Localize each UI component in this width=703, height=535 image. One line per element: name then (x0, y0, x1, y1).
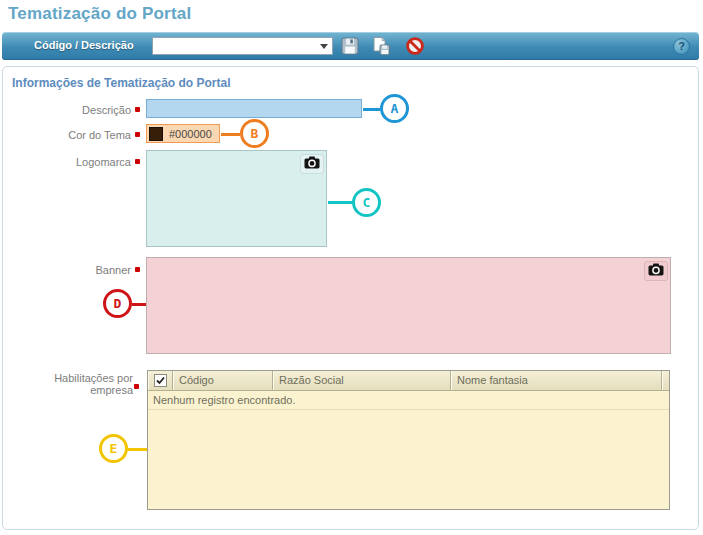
portal-theming-screen: Tematização do Portal Código / Descrição (0, 0, 703, 535)
page-title: Tematização do Portal (8, 4, 191, 24)
descricao-input[interactable] (146, 99, 362, 118)
save-and-new-icon[interactable] (371, 36, 391, 56)
grid-empty-message: Nenhum registro encontrado. (148, 391, 669, 410)
banner-label: Banner (30, 264, 131, 276)
descricao-label: Descrição (30, 104, 131, 116)
annotation-b-connector (221, 133, 240, 136)
empresas-grid: Código Razão Social Nome fantasia Nenhum… (147, 370, 670, 510)
logomarca-label: Logomarca (30, 156, 131, 168)
required-marker (134, 384, 139, 389)
theme-color-picker[interactable]: #000000 (146, 124, 220, 143)
cancel-icon[interactable] (405, 36, 425, 56)
color-swatch[interactable] (149, 127, 163, 141)
required-marker (135, 132, 140, 137)
grid-header-checkbox-cell (148, 371, 173, 390)
grid-header: Código Razão Social Nome fantasia (148, 371, 669, 391)
banner-camera-button[interactable] (644, 261, 668, 281)
cor-tema-label: Cor do Tema (30, 129, 131, 141)
combo-dropdown-arrow-icon[interactable] (320, 44, 328, 49)
grid-header-filler (662, 371, 669, 390)
grid-header-razao-social: Razão Social (273, 371, 451, 390)
annotation-e-badge: E (99, 434, 128, 463)
filter-label: Código / Descrição (34, 39, 134, 51)
annotation-c-connector (328, 201, 352, 204)
banner-upload-area[interactable] (146, 257, 671, 354)
annotation-d-badge: D (103, 289, 132, 318)
annotation-a-connector (363, 108, 380, 111)
annotation-b-badge: B (240, 119, 269, 148)
save-icon[interactable] (340, 36, 360, 56)
required-marker (135, 267, 140, 272)
logomarca-camera-button[interactable] (300, 154, 324, 174)
annotation-c-badge: C (352, 188, 381, 217)
select-all-checkbox[interactable] (154, 374, 167, 387)
habilitacoes-label: Habilitações por empresa (30, 372, 133, 396)
annotation-a-badge: A (380, 94, 409, 123)
help-icon[interactable]: ? (673, 38, 690, 55)
grid-header-codigo: Código (173, 371, 273, 390)
toolbar: Código / Descrição (2, 32, 699, 60)
color-value: #000000 (169, 128, 212, 140)
annotation-e-connector (128, 448, 147, 451)
camera-icon (304, 155, 320, 173)
required-marker (135, 159, 140, 164)
camera-icon (648, 262, 664, 280)
section-title: Informações de Tematização do Portal (12, 76, 231, 90)
annotation-d-connector (132, 303, 146, 306)
grid-header-nome-fantasia: Nome fantasia (451, 371, 662, 390)
required-marker (135, 107, 140, 112)
code-description-combobox[interactable] (152, 37, 333, 55)
